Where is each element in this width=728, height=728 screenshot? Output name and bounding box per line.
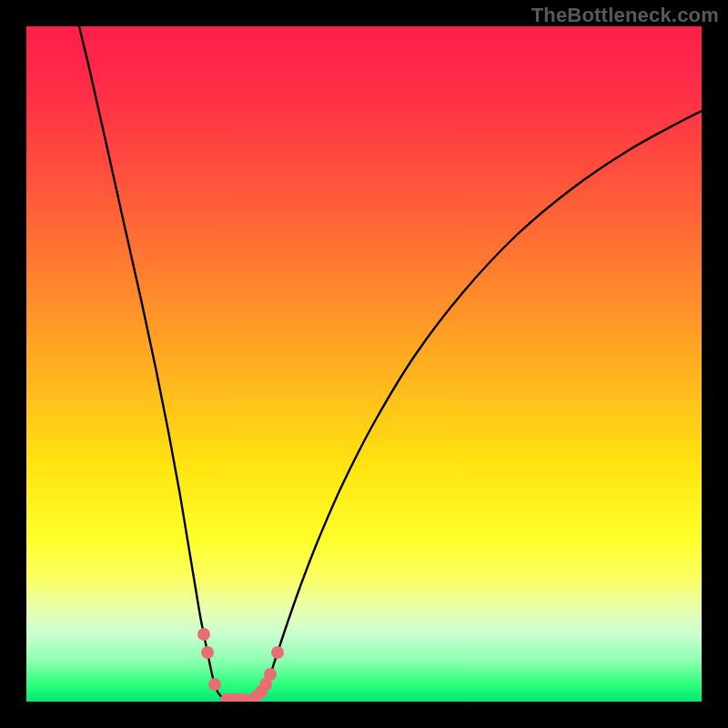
bottleneck-curve: [26, 26, 702, 702]
chart-stage: TheBottleneck.com: [0, 0, 728, 728]
curve-marker: [271, 646, 284, 659]
watermark-text: TheBottleneck.com: [531, 4, 719, 27]
curve-marker: [197, 628, 210, 641]
curve-marker: [264, 668, 277, 681]
curve-marker: [220, 693, 251, 702]
plot-area: [26, 26, 702, 702]
curve-marker: [208, 678, 221, 691]
curve-marker: [201, 646, 214, 659]
